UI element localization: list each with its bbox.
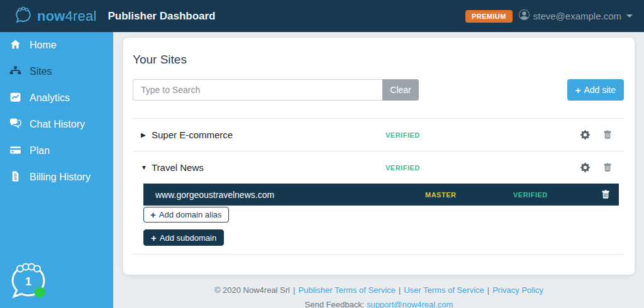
verified-status-badge: VERIFIED: [386, 164, 420, 172]
logo-wordmark: now4real: [37, 8, 97, 25]
chevron-down-icon: [626, 14, 633, 18]
clear-button[interactable]: Clear: [382, 79, 419, 101]
sidebar-item-label: Home: [30, 40, 57, 51]
trash-icon[interactable]: [603, 163, 612, 172]
footer-legal-line: © 2020 Now4real Srl|Publisher Terms of S…: [123, 285, 635, 295]
settings-gear-icon[interactable]: [580, 130, 590, 140]
sitemap-icon: [9, 65, 21, 79]
verified-status-badge: VERIFIED: [386, 131, 420, 139]
sidebar-item-billing-history[interactable]: $ Billing History: [0, 164, 113, 190]
user-email: steve@example.com: [533, 11, 621, 21]
user-account-menu[interactable]: steve@example.com: [519, 9, 633, 23]
main-content: Your Sites Clear + Add site ▶ Super E-co…: [113, 32, 644, 308]
sidebar: Home Sites Analytics Chat History Plan: [0, 32, 113, 308]
sidebar-item-label: Sites: [30, 66, 52, 77]
analytics-icon: [9, 91, 21, 106]
site-row-travel-news: ▼ Travel News VERIFIED: [133, 151, 625, 184]
sidebar-item-chat-history[interactable]: Chat History: [0, 111, 113, 138]
now4real-chat-widget[interactable]: 1: [5, 260, 52, 307]
sidebar-item-analytics[interactable]: Analytics: [0, 85, 113, 111]
verified-status-badge: VERIFIED: [513, 191, 548, 199]
plus-icon: +: [151, 233, 157, 243]
chat-bubbles-icon: [9, 118, 21, 132]
credit-card-icon: [9, 144, 21, 158]
feedback-label: Send Feedback:: [305, 300, 365, 308]
speech-bubble-logo-icon: [14, 6, 33, 27]
sidebar-item-label: Plan: [30, 145, 50, 157]
add-subdomain-button[interactable]: + Add subdomain: [143, 229, 224, 246]
trash-icon[interactable]: [603, 130, 612, 140]
footer: © 2020 Now4real Srl|Publisher Terms of S…: [123, 285, 635, 308]
page-title: Publisher Dashboard: [108, 10, 216, 23]
now4real-logo[interactable]: now4real: [14, 6, 97, 27]
collapse-caret-icon[interactable]: ▼: [141, 164, 152, 171]
sidebar-item-label: Billing History: [30, 172, 91, 183]
site-row-super-ecommerce: ▶ Super E-commerce VERIFIED: [133, 119, 625, 151]
add-site-button[interactable]: + Add site: [567, 79, 624, 101]
user-tos-link[interactable]: User Terms of Service: [404, 285, 484, 295]
expand-caret-icon[interactable]: ▶: [141, 131, 152, 138]
plus-icon: +: [150, 209, 156, 220]
copyright-text: © 2020 Now4real Srl: [214, 285, 290, 295]
sidebar-item-plan[interactable]: Plan: [0, 138, 113, 164]
domain-row: www.gorgeoustravelnews.com MASTER VERIFI…: [143, 184, 619, 206]
plus-icon: +: [575, 85, 581, 96]
trash-icon[interactable]: [601, 190, 619, 199]
sidebar-item-label: Analytics: [30, 92, 70, 104]
unread-count-badge: 1: [25, 275, 31, 288]
publisher-tos-link[interactable]: Publisher Terms of Service: [298, 285, 395, 295]
privacy-policy-link[interactable]: Privacy Policy: [492, 285, 543, 295]
sidebar-item-home[interactable]: Home: [0, 32, 113, 58]
feedback-email-link[interactable]: support@now4real.com: [367, 300, 453, 308]
online-status-dot: [35, 287, 45, 298]
card-heading: Your Sites: [133, 53, 625, 67]
top-navbar: now4real Publisher Dashboard PREMIUM ste…: [0, 0, 644, 32]
billing-invoice-icon: $: [9, 170, 21, 185]
home-icon: [9, 38, 21, 53]
settings-gear-icon[interactable]: [580, 163, 590, 172]
master-role-badge: MASTER: [425, 191, 513, 199]
your-sites-card: Your Sites Clear + Add site ▶ Super E-co…: [123, 38, 635, 275]
site-name[interactable]: Travel News: [152, 162, 386, 173]
premium-badge: PREMIUM: [465, 10, 513, 23]
divider: [133, 254, 625, 255]
site-name[interactable]: Super E-commerce: [152, 129, 386, 140]
domain-name: www.gorgeoustravelnews.com: [155, 190, 425, 200]
search-input[interactable]: [133, 79, 382, 101]
footer-feedback-line: Send Feedback: support@now4real.com: [123, 300, 635, 308]
sidebar-item-sites[interactable]: Sites: [0, 58, 113, 85]
sidebar-item-label: Chat History: [30, 119, 85, 130]
add-domain-alias-button[interactable]: + Add domain alias: [143, 207, 229, 223]
person-icon: [519, 9, 530, 23]
